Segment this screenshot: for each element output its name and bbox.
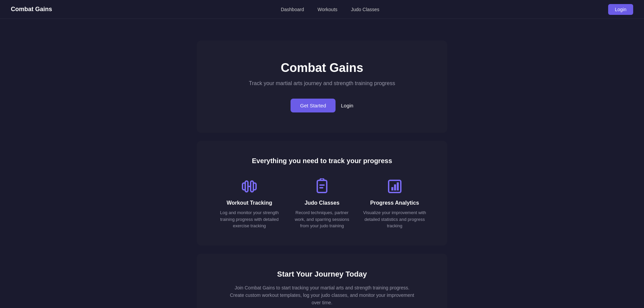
feature-judo-classes: Judo Classes Record techniques, partner … bbox=[290, 178, 354, 229]
feature-workout-tracking: Workout Tracking Log and monitor your st… bbox=[217, 178, 282, 229]
feature-judo-desc: Record techniques, partner work, and spa… bbox=[290, 209, 354, 229]
page-wrapper: Combat Gains Track your martial arts jou… bbox=[0, 19, 644, 308]
feature-analytics-desc: Visualize your improvement with detailed… bbox=[362, 209, 427, 229]
hero-login-button[interactable]: Login bbox=[341, 103, 353, 108]
features-section: Everything you need to track your progre… bbox=[197, 141, 447, 246]
feature-progress-analytics: Progress Analytics Visualize your improv… bbox=[362, 178, 427, 229]
svg-rect-3 bbox=[317, 180, 327, 192]
cta-description: Join Combat Gains to start tracking your… bbox=[227, 284, 417, 307]
svg-rect-9 bbox=[397, 182, 399, 190]
nav-judo-classes[interactable]: Judo Classes bbox=[351, 7, 380, 12]
cta-section: Start Your Journey Today Join Combat Gai… bbox=[197, 254, 447, 308]
feature-workout-name: Workout Tracking bbox=[227, 200, 272, 206]
nav-dashboard[interactable]: Dashboard bbox=[281, 7, 304, 12]
get-started-button[interactable]: Get Started bbox=[291, 99, 336, 112]
hero-title: Combat Gains bbox=[224, 61, 420, 75]
brand-logo: Combat Gains bbox=[11, 6, 52, 13]
nav-workouts[interactable]: Workouts bbox=[318, 7, 338, 12]
svg-rect-7 bbox=[391, 187, 393, 190]
svg-rect-8 bbox=[394, 184, 396, 190]
features-grid: Workout Tracking Log and monitor your st… bbox=[217, 178, 427, 229]
navbar: Combat Gains Dashboard Workouts Judo Cla… bbox=[0, 0, 644, 19]
feature-workout-desc: Log and monitor your strength training p… bbox=[217, 209, 282, 229]
cta-title: Start Your Journey Today bbox=[217, 270, 427, 279]
feature-judo-name: Judo Classes bbox=[304, 200, 339, 206]
chart-icon bbox=[387, 178, 403, 195]
features-title: Everything you need to track your progre… bbox=[217, 157, 427, 165]
hero-buttons: Get Started Login bbox=[224, 99, 420, 112]
dumbbell-icon bbox=[241, 178, 257, 195]
hero-subtitle: Track your martial arts journey and stre… bbox=[224, 80, 420, 86]
clipboard-icon bbox=[314, 178, 330, 195]
feature-analytics-name: Progress Analytics bbox=[370, 200, 419, 206]
nav-login-button[interactable]: Login bbox=[608, 4, 633, 15]
nav-links: Dashboard Workouts Judo Classes bbox=[281, 7, 379, 12]
hero-section: Combat Gains Track your martial arts jou… bbox=[197, 41, 447, 133]
